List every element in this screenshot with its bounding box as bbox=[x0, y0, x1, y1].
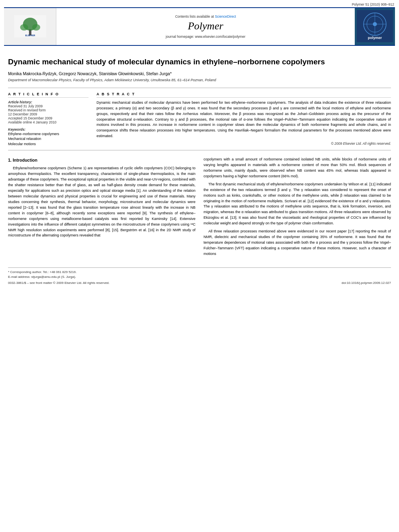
svg-point-3 bbox=[20, 24, 28, 31]
body-col-left: 1. Introduction Ethylene/norbornene copo… bbox=[8, 157, 195, 259]
contents-available: Contents lists available at ScienceDirec… bbox=[175, 14, 236, 18]
svg-text:polymer: polymer bbox=[368, 36, 382, 40]
svg-text:ELSEVIER: ELSEVIER bbox=[25, 34, 35, 37]
email-text: E-mail address: stjurga@amu.edu.pl (S. J… bbox=[8, 275, 391, 279]
citation-text: Polymer 51 (2010) 908–912 bbox=[0, 0, 399, 7]
journal-center-area: Contents lists available at ScienceDirec… bbox=[56, 8, 355, 45]
intro-paragraph-1: Ethylene/norbornene copolymers (Scheme 1… bbox=[8, 166, 195, 238]
section-number: 1. bbox=[8, 158, 12, 162]
polymer-badge-area: polymer bbox=[355, 8, 395, 45]
affiliation-line: Department of Macromolecular Physics, Fa… bbox=[8, 78, 391, 82]
polymer-badge: polymer bbox=[355, 8, 395, 45]
received-date: Received 31 July 2009 bbox=[8, 104, 88, 108]
body-columns: 1. Introduction Ethylene/norbornene copo… bbox=[8, 157, 391, 259]
journal-homepage: journal homepage: www.elsevier.com/locat… bbox=[166, 35, 245, 39]
article-info-col: A R T I C L E I N F O Article history: R… bbox=[8, 92, 88, 147]
body-col-right: copolymers with a small amount of norbor… bbox=[204, 157, 391, 259]
section-title-text: Introduction bbox=[13, 158, 37, 162]
abstract-col: A B S T R A C T Dynamic mechanical studi… bbox=[97, 92, 391, 147]
info-abstract-section: A R T I C L E I N F O Article history: R… bbox=[8, 92, 391, 147]
doi-text: doi:10.1016/j.polymer.2009.12.027 bbox=[341, 281, 391, 285]
footer-bottom: 0032-3861/$ – see front matter © 2009 El… bbox=[8, 281, 391, 285]
copyright-line: © 2009 Elsevier Ltd. All rights reserved… bbox=[97, 142, 391, 146]
footer-note: * Corresponding author. Tel.: +48 061 82… bbox=[8, 267, 391, 285]
abstract-text: Dynamic mechanical studies of molecular … bbox=[97, 100, 391, 140]
keyword-2: Mechanical relaxation bbox=[8, 136, 88, 142]
corresponding-author-text: * Corresponding author. Tel.: +48 061 82… bbox=[8, 270, 391, 275]
svg-point-4 bbox=[32, 24, 40, 31]
online-date: Available online 4 January 2010 bbox=[8, 120, 88, 124]
keyword-3: Molecular motions bbox=[8, 142, 88, 147]
sciencedirect-link[interactable]: ScienceDirect bbox=[215, 14, 236, 18]
article-history-label: Article history: bbox=[8, 100, 88, 104]
article-info-heading: A R T I C L E I N F O bbox=[8, 92, 88, 98]
intro-paragraph-2: copolymers with a small amount of norbor… bbox=[204, 157, 391, 179]
revised-date: 12 December 2009 bbox=[8, 112, 88, 116]
issn-text: 0032-3861/$ – see front matter © 2009 El… bbox=[8, 281, 109, 285]
keyword-1: Ethylene–norbornene copolymers bbox=[8, 131, 88, 137]
divider-bottom bbox=[8, 150, 391, 150]
keywords-section: Keywords: Ethylene–norbornene copolymers… bbox=[8, 127, 88, 147]
authors-line: Monika Makrocka-Rydzyk, Grzegorz Nowaczy… bbox=[8, 71, 391, 76]
journal-title: Polymer bbox=[188, 20, 223, 32]
keywords-label: Keywords: bbox=[8, 127, 88, 131]
intro-section-title: 1. Introduction bbox=[8, 157, 195, 163]
intro-paragraph-4: All three relaxation processes mentioned… bbox=[204, 229, 391, 257]
intro-paragraph-3: The first dynamic mechanical study of et… bbox=[204, 182, 391, 227]
article-body: Dynamic mechanical study of molecular dy… bbox=[0, 46, 399, 289]
elsevier-logo-area: ELSEVIER bbox=[4, 8, 56, 45]
authors-text: Monika Makrocka-Rydzyk, Grzegorz Nowaczy… bbox=[8, 71, 172, 76]
revised-label: Received in revised form bbox=[8, 108, 88, 112]
divider-top bbox=[8, 88, 391, 88]
article-history-group: Article history: Received 31 July 2009 R… bbox=[8, 100, 88, 124]
accepted-date: Accepted 15 December 2009 bbox=[8, 116, 88, 120]
contents-text: Contents lists available at bbox=[175, 14, 214, 18]
journal-header: ELSEVIER Contents lists available at Sci… bbox=[4, 7, 395, 46]
elsevier-tree-icon: ELSEVIER bbox=[14, 15, 46, 37]
article-title: Dynamic mechanical study of molecular dy… bbox=[8, 57, 391, 67]
abstract-heading: A B S T R A C T bbox=[97, 92, 391, 98]
